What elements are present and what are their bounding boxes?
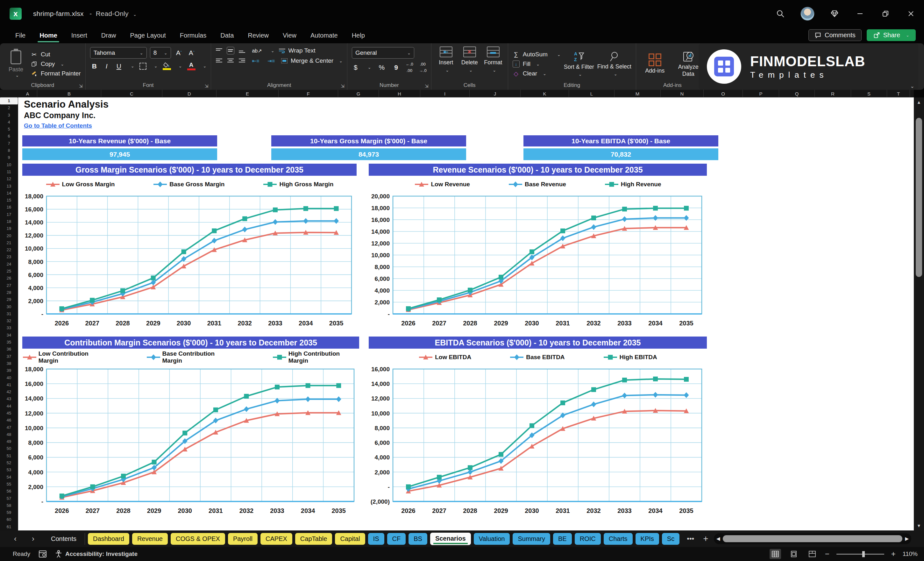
find-select-button[interactable]: Find & Select⌄	[597, 46, 632, 81]
restore-button[interactable]	[880, 8, 891, 19]
row-header-2[interactable]: 2	[0, 104, 18, 111]
row-header-11[interactable]: 11	[0, 168, 18, 176]
sheet-tab-scenarios[interactable]: Scenarios	[430, 532, 471, 545]
page-break-view-button[interactable]	[807, 549, 818, 559]
font-size-select[interactable]: 8⌄	[150, 47, 171, 58]
column-header-K[interactable]: K	[520, 90, 569, 98]
accessibility-status[interactable]: Accessibility: Investigate	[55, 550, 138, 558]
row-header-43[interactable]: 43	[0, 396, 18, 402]
grow-font-button[interactable]: Aˆ	[174, 49, 184, 57]
sort-filter-button[interactable]: A Z Sort & Filter⌄	[564, 46, 594, 81]
row-header-42[interactable]: 42	[0, 388, 18, 396]
row-header-24[interactable]: 24	[0, 261, 18, 268]
column-header-R[interactable]: R	[815, 90, 851, 98]
number-dialog-launcher[interactable]: ⇲	[425, 83, 429, 88]
sheet-tab-summary[interactable]: Summary	[513, 533, 550, 545]
row-header-44[interactable]: 44	[0, 403, 18, 410]
normal-view-button[interactable]	[770, 549, 781, 559]
sheet-tab-be[interactable]: BE	[553, 533, 572, 545]
user-avatar[interactable]	[801, 7, 814, 21]
row-header-36[interactable]: 36	[0, 346, 18, 353]
scroll-up-arrow[interactable]: ▲	[914, 98, 924, 107]
page-layout-view-button[interactable]	[788, 549, 800, 559]
align-bottom-icon[interactable]	[238, 47, 246, 54]
row-header-21[interactable]: 21	[0, 239, 18, 246]
row-header-9[interactable]: 9	[0, 154, 18, 161]
row-header-14[interactable]: 14	[0, 190, 18, 197]
font-color-button[interactable]: A	[187, 62, 195, 70]
menu-tab-help[interactable]: Help	[351, 29, 366, 42]
menu-tab-page-layout[interactable]: Page Layout	[130, 29, 166, 42]
row-header-27[interactable]: 27	[0, 282, 18, 289]
row-header-34[interactable]: 34	[0, 332, 18, 339]
column-header-M[interactable]: M	[615, 90, 661, 98]
sheet-tab-bs[interactable]: BS	[408, 533, 427, 545]
fill-button[interactable]: ↓Fill⌄	[513, 60, 561, 68]
row-header-57[interactable]: 57	[0, 495, 18, 502]
next-sheet-arrow[interactable]: ›	[32, 534, 34, 543]
align-middle-icon[interactable]	[227, 47, 234, 54]
row-header-16[interactable]: 16	[0, 204, 18, 211]
sheet-tab-cogs-opex[interactable]: COGS & OPEX	[171, 533, 225, 545]
horizontal-scroll-thumb[interactable]	[723, 535, 903, 542]
column-header-T[interactable]: T	[887, 90, 910, 98]
row-header-60[interactable]: 60	[0, 516, 18, 523]
sheet-tab-contents[interactable]: Contents	[46, 533, 85, 545]
column-header-G[interactable]: G	[338, 90, 379, 98]
row-header-3[interactable]: 3	[0, 112, 18, 119]
bold-button[interactable]: B	[90, 62, 99, 70]
search-icon[interactable]	[775, 8, 786, 19]
fill-color-button[interactable]	[163, 62, 171, 70]
row-header-45[interactable]: 45	[0, 410, 18, 417]
copy-button[interactable]: Copy⌄	[31, 60, 81, 68]
row-header-10[interactable]: 10	[0, 161, 18, 168]
row-header-22[interactable]: 22	[0, 246, 18, 254]
shrink-font-button[interactable]: Aˇ	[187, 49, 196, 57]
menu-tab-view[interactable]: View	[282, 29, 297, 42]
column-header-Q[interactable]: Q	[779, 90, 815, 98]
menu-tab-file[interactable]: File	[15, 29, 26, 42]
column-header-I[interactable]: I	[420, 90, 470, 98]
new-sheet-button[interactable]: +	[703, 534, 708, 544]
menu-tab-formulas[interactable]: Formulas	[179, 29, 207, 42]
orientation-button[interactable]: ab↗	[250, 48, 264, 54]
column-header-E[interactable]: E	[216, 90, 279, 98]
column-header-P[interactable]: P	[743, 90, 779, 98]
scroll-left-arrow[interactable]: ◀	[716, 536, 720, 542]
row-header-37[interactable]: 37	[0, 353, 18, 360]
row-header-13[interactable]: 13	[0, 183, 18, 190]
row-header-46[interactable]: 46	[0, 417, 18, 424]
menu-tab-home[interactable]: Home	[39, 29, 58, 42]
align-top-icon[interactable]	[216, 47, 222, 54]
underline-button[interactable]: U	[115, 62, 123, 70]
share-button[interactable]: Share⌄	[867, 29, 916, 41]
sheet-tab-is[interactable]: IS	[368, 533, 384, 545]
row-header-61[interactable]: 61	[0, 524, 18, 530]
row-header-19[interactable]: 19	[0, 225, 18, 232]
format-painter-button[interactable]: Format Painter	[31, 70, 81, 77]
autosum-button[interactable]: ∑AutoSum⌄	[513, 51, 561, 58]
menu-tab-automate[interactable]: Automate	[310, 29, 339, 42]
macro-record-icon[interactable]	[39, 550, 47, 558]
insert-cells-button[interactable]: ⇤ Insert⌄	[436, 46, 456, 81]
zoom-slider[interactable]	[837, 554, 884, 555]
column-header-C[interactable]: C	[101, 90, 162, 98]
delete-cells-button[interactable]: ✕ Delete⌄	[459, 46, 480, 81]
row-header-31[interactable]: 31	[0, 310, 18, 317]
column-header-J[interactable]: J	[470, 90, 520, 98]
font-family-select[interactable]: Tahoma⌄	[90, 47, 147, 58]
increase-decimal-button[interactable]: ←.0.00	[406, 62, 413, 73]
decrease-indent-icon[interactable]: ⇤≡	[250, 58, 261, 64]
sheet-tab-charts[interactable]: Charts	[604, 533, 633, 545]
row-header-56[interactable]: 56	[0, 488, 18, 495]
comma-style-button[interactable]: 9	[392, 64, 400, 71]
decrease-decimal-button[interactable]: .00→.0	[419, 62, 427, 73]
close-button[interactable]	[906, 8, 916, 19]
sheet-tab-capex[interactable]: CAPEX	[261, 533, 292, 545]
format-cells-button[interactable]: ▬ Format⌄	[483, 46, 503, 81]
row-header-29[interactable]: 29	[0, 296, 18, 303]
sheet-tab-captable[interactable]: CapTable	[295, 533, 332, 545]
menu-tab-draw[interactable]: Draw	[100, 29, 117, 42]
menu-tab-insert[interactable]: Insert	[70, 29, 88, 42]
row-header-26[interactable]: 26	[0, 275, 18, 282]
